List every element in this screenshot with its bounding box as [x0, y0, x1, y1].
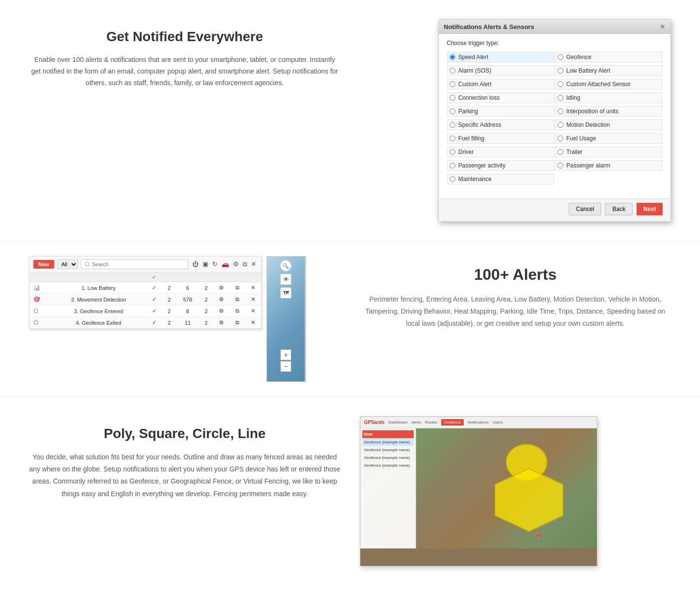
radio-interposition[interactable]: [558, 108, 563, 114]
option-motion-detection[interactable]: Motion Detection: [555, 120, 662, 130]
eye-icon[interactable]: 👁: [280, 274, 291, 285]
refresh-icon[interactable]: ↻: [211, 259, 218, 269]
row-col3: 2: [199, 282, 213, 294]
row-icon: ⬡: [30, 305, 51, 317]
option-passenger-activity[interactable]: Passenger activity: [447, 160, 554, 171]
radio-driver[interactable]: [450, 149, 455, 155]
section-geofence: Poly, Square, Circle, Line You decide, w…: [0, 397, 700, 586]
radio-low-battery-alert[interactable]: [558, 68, 563, 74]
radio-specific-address[interactable]: [450, 122, 455, 128]
col-delete: [245, 273, 261, 282]
radio-custom-sensor[interactable]: [558, 81, 563, 87]
radio-fuel-filling[interactable]: [450, 136, 455, 141]
row-delete[interactable]: ✕: [245, 294, 261, 305]
row-copy: ⧉: [230, 282, 245, 294]
option-interposition[interactable]: Interposition of units: [555, 106, 662, 117]
row-col1: 2: [162, 294, 176, 305]
option-custom-alert[interactable]: Custom Alert: [447, 79, 554, 90]
radio-fuel-usage[interactable]: [558, 136, 563, 141]
radio-motion-detection[interactable]: [558, 122, 563, 128]
option-specific-address[interactable]: Specific Address: [447, 120, 554, 130]
row-check: ✓: [146, 305, 162, 317]
dialog-titlebar: Notifications Alerts & Sensors ✕: [439, 20, 670, 34]
close-icon[interactable]: ✕: [250, 259, 257, 269]
back-button[interactable]: Back: [605, 203, 633, 215]
alerts-icon-bar: ⏻ ▣ ↻ 🚗 ⚙ ⧉ ✕: [191, 259, 257, 269]
zoom-in-button[interactable]: +: [280, 349, 291, 360]
radio-parking[interactable]: [450, 108, 455, 114]
radio-passenger-activity[interactable]: [450, 163, 455, 168]
option-connection-loss[interactable]: Connection loss: [447, 92, 554, 103]
geo-brand: GPSards: [364, 420, 385, 425]
new-alert-button[interactable]: New: [33, 260, 54, 269]
row-col3: 2: [199, 317, 213, 329]
geo-sidebar-item[interactable]: Geofence (example name): [362, 462, 414, 470]
zoom-out-button[interactable]: −: [280, 361, 291, 372]
geo-tb-users[interactable]: Users: [493, 420, 503, 424]
display-icon[interactable]: ▣: [202, 259, 209, 269]
filter-select[interactable]: All: [57, 259, 78, 269]
row-delete[interactable]: ✕: [245, 282, 261, 294]
col-2: [176, 273, 200, 282]
option-alarm-sos[interactable]: Alarm (SOS): [447, 65, 554, 76]
vehicle-icon[interactable]: 🚗: [220, 259, 230, 269]
option-parking[interactable]: Parking: [447, 106, 554, 117]
radio-alarm-sos[interactable]: [450, 68, 455, 74]
map-search-icon[interactable]: 🔍: [280, 260, 291, 271]
option-passenger-alarm[interactable]: Passenger alarm: [555, 160, 662, 171]
geo-tb-alerts[interactable]: Alerts: [411, 420, 421, 424]
section1-description: Enable over 100 alerts & notifications t…: [29, 54, 341, 89]
geo-map-area: New Geofence (example name) Geofence (ex…: [360, 428, 597, 548]
section-alerts: New All ⏻ ▣ ↻ 🚗 ⚙ ⧉ ✕: [0, 242, 700, 397]
geo-tb-notifications[interactable]: Notifications: [467, 420, 489, 424]
alerts-table: ✓ 📊 1. Low Battery: [30, 273, 261, 329]
option-maintenance[interactable]: Maintenance: [447, 174, 554, 184]
geo-tb-dashboard[interactable]: Dashboard: [389, 420, 407, 424]
option-custom-attached-sensor[interactable]: Custom Attached Sensor: [555, 79, 662, 90]
option-geofence[interactable]: Geofence: [555, 52, 662, 62]
close-icon[interactable]: ✕: [660, 23, 666, 30]
radio-maintenance[interactable]: [450, 176, 455, 182]
radio-speed-alert[interactable]: [450, 54, 455, 60]
radio-passenger-alarm[interactable]: [558, 163, 563, 168]
option-fuel-usage[interactable]: Fuel Usage: [555, 133, 662, 144]
option-fuel-filling[interactable]: Fuel filling: [447, 133, 554, 144]
row-col2: 11: [176, 317, 200, 329]
col-name: [51, 273, 146, 282]
radio-trailer[interactable]: [558, 149, 563, 155]
geo-tb-routes[interactable]: Routes: [425, 420, 437, 424]
map-side-panel: 🔍 👁 🗺 + −: [266, 256, 305, 382]
row-delete[interactable]: ✕: [245, 317, 261, 329]
geo-sidebar-item[interactable]: Geofence (example name): [362, 446, 414, 454]
geo-hexagon-shape: [490, 466, 568, 534]
option-low-battery-alert[interactable]: Low Battery Alert: [555, 65, 662, 76]
cancel-button[interactable]: Cancel: [569, 203, 601, 215]
col-icon: [30, 273, 51, 282]
geo-tb-geofence[interactable]: Geofence: [441, 419, 464, 425]
geo-sidebar-item[interactable]: Geofence (example name): [362, 454, 414, 462]
radio-geofence[interactable]: [558, 54, 563, 60]
radio-idling[interactable]: [558, 95, 563, 101]
dialog-title: Notifications Alerts & Sensors: [444, 23, 534, 30]
option-driver[interactable]: Driver: [447, 147, 554, 157]
row-copy: ⧉: [230, 294, 245, 305]
option-idling[interactable]: Idling: [555, 92, 662, 103]
section3-title: Poly, Square, Circle, Line: [29, 426, 341, 441]
option-speed-alert[interactable]: Speed Alert: [447, 52, 554, 62]
next-button[interactable]: Next: [637, 203, 663, 215]
geo-sidebar-item[interactable]: Geofence (example name): [362, 439, 414, 446]
search-input[interactable]: [81, 259, 188, 269]
dialog-footer: Cancel Back Next: [439, 198, 670, 221]
section3-description: You decide, what solution fits best for …: [29, 451, 341, 500]
radio-connection-loss[interactable]: [450, 95, 455, 101]
copy-icon[interactable]: ⧉: [242, 259, 248, 269]
row-delete[interactable]: ✕: [245, 305, 261, 317]
row-col2: 8: [176, 305, 200, 317]
power-icon[interactable]: ⏻: [191, 259, 200, 269]
section2-title: 100+ Alerts: [360, 266, 671, 284]
settings-icon[interactable]: ⚙: [232, 259, 240, 269]
map-layer-icon[interactable]: 🗺: [280, 288, 291, 298]
option-trailer[interactable]: Trailer: [555, 147, 662, 157]
radio-custom-alert[interactable]: [450, 81, 455, 87]
option-empty: [555, 174, 662, 184]
